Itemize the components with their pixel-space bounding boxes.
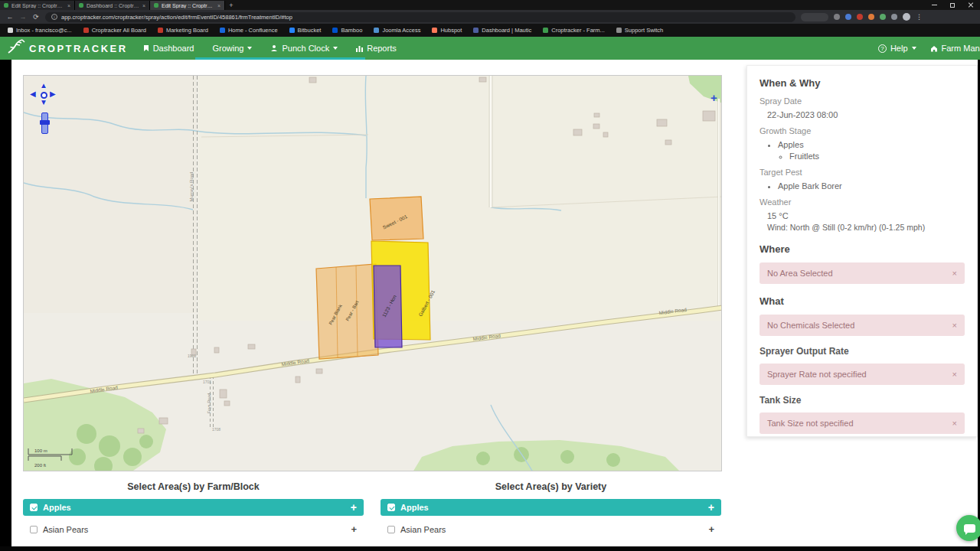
extension-pill[interactable] (801, 13, 828, 21)
alert-close-icon[interactable]: × (952, 419, 957, 428)
bookmark-item[interactable]: Dashboard | Mautic (473, 27, 531, 34)
svg-text:1901: 1901 (188, 354, 196, 358)
bookmark-label: Hubspot (440, 27, 462, 34)
extension-icon[interactable] (891, 14, 897, 20)
group-label: Apples (43, 503, 71, 512)
asian-pears-checkbox[interactable] (387, 526, 395, 533)
tab-close-icon[interactable]: × (67, 3, 70, 8)
apples-checkbox[interactable] (387, 504, 395, 511)
page-content: Sweet - 001 Galbert - 001 1123 - Hon Pea… (11, 60, 978, 546)
croptracker-logo-icon[interactable] (6, 38, 26, 58)
alert-close-icon[interactable]: × (952, 370, 957, 379)
farm-block-asian-pears-group[interactable]: Asian Pears + (23, 521, 364, 537)
bookmark-item[interactable]: Inbox - francisco@c... (8, 27, 72, 34)
sprayer-output-rate-title: Sprayer Output Rate (760, 346, 965, 357)
pan-up-icon[interactable]: ▲ (40, 81, 47, 90)
browser-tab-1[interactable]: Edit Spray :: Croptracker × (0, 1, 75, 10)
expand-icon[interactable]: + (351, 523, 357, 535)
nav-reports[interactable]: Reports (356, 44, 397, 53)
farm-block-apples-group[interactable]: Apples + (23, 499, 364, 516)
bookmark-label: Support Switch (625, 27, 663, 34)
browser-tab-bar: Edit Spray :: Croptracker × Dashboard ::… (0, 0, 980, 10)
spray-area-map[interactable]: Sweet - 001 Galbert - 001 1123 - Hon Pea… (23, 75, 722, 471)
tab-close-icon[interactable]: × (217, 3, 220, 8)
reload-icon[interactable]: ⟳ (32, 13, 40, 21)
field-polygon-pear[interactable] (316, 264, 378, 359)
browser-menu-icon[interactable]: ⋮ (916, 13, 923, 21)
alert-text: Sprayer Rate not specified (767, 370, 867, 379)
back-icon[interactable]: ← (6, 13, 14, 21)
extension-icon[interactable] (834, 14, 840, 20)
bookmark-item[interactable]: Croptracker - Farm... (543, 27, 605, 34)
pan-left-icon[interactable]: ◀ (30, 90, 36, 98)
growth-stage-label: Growth Stage (760, 126, 965, 135)
what-title: What (760, 295, 965, 307)
target-pest-list: Apple Bark Borer (778, 181, 965, 191)
nav-dashboard[interactable]: Dashboard (143, 44, 194, 53)
browser-tab-3-active[interactable]: Edit Spray :: Croptracker × (150, 1, 225, 10)
extension-icon[interactable] (868, 14, 874, 20)
window-close-button[interactable] (962, 0, 980, 10)
nav-help[interactable]: ? Help (878, 44, 916, 53)
expand-icon[interactable]: + (708, 501, 714, 514)
nav-punch-clock[interactable]: Punch Clock (270, 44, 338, 53)
alert-text: No Area Selected (767, 269, 833, 278)
bookmark-item[interactable]: Hubspot (432, 27, 462, 34)
map-pan-zoom-control: ▲ ◀ ▶ ▼ (28, 82, 62, 142)
app-header: CROPTRACKER Dashboard Growing Punch Cloc… (0, 37, 980, 60)
site-info-icon[interactable]: i (51, 14, 57, 20)
chat-widget-button[interactable] (956, 515, 980, 541)
pan-right-icon[interactable]: ▶ (50, 90, 56, 98)
bookmark-item[interactable]: Home - Confluence (220, 27, 278, 34)
apples-checkbox[interactable] (30, 504, 38, 511)
variety-asian-pears-group[interactable]: Asian Pears + (381, 521, 721, 537)
nav-farm-management[interactable]: Farm Manage (930, 44, 980, 53)
browser-tab-2[interactable]: Dashboard :: Croptracker × (75, 1, 150, 10)
bookmark-favicon-icon (616, 28, 622, 33)
extension-icon[interactable] (845, 14, 851, 20)
bookmark-label: Bamboo (341, 27, 362, 34)
expand-icon[interactable]: + (708, 523, 714, 535)
header-right: ? Help Farm Manage (878, 37, 980, 60)
alert-close-icon[interactable]: × (952, 321, 957, 330)
extension-icon[interactable] (857, 14, 863, 20)
bookmark-item[interactable]: Joomla Access (374, 27, 420, 34)
alert-close-icon[interactable]: × (952, 269, 957, 278)
bookmark-item[interactable]: Bitbucket (289, 27, 322, 34)
pan-down-icon[interactable]: ▼ (40, 98, 47, 106)
bookmark-favicon-icon (8, 28, 13, 33)
zoom-slider-handle[interactable] (40, 120, 50, 125)
add-marker-icon[interactable]: + (710, 91, 717, 104)
address-bar[interactable]: i app.croptracker.com/croptracker/spray/… (45, 12, 795, 22)
wind-value: Wind: North @ Still (0-2 km/hr) (0-1.25 … (767, 223, 965, 232)
main-nav: Dashboard Growing Punch Clock Reports (143, 44, 397, 53)
tab-close-icon[interactable]: × (142, 3, 145, 8)
asian-pears-checkbox[interactable] (30, 526, 38, 533)
bookmark-item[interactable]: Support Switch (616, 27, 663, 34)
help-icon: ? (878, 44, 887, 53)
chat-icon (964, 524, 975, 533)
window-minimize-button[interactable] (925, 0, 943, 10)
bookmark-label: Home - Confluence (228, 27, 278, 34)
tab-favicon-icon (4, 3, 8, 8)
bookmark-item[interactable]: Marketing Board (158, 27, 208, 34)
window-controls (925, 0, 980, 10)
svg-text:1701: 1701 (203, 380, 211, 384)
bookmark-item[interactable]: Bamboo (332, 27, 362, 34)
growth-stage-list: Apples Fruitlets (778, 140, 965, 161)
svg-text:Murray's Road: Murray's Road (189, 172, 194, 202)
weather-label: Weather (760, 197, 965, 207)
new-tab-button[interactable]: + (225, 1, 237, 10)
forward-icon[interactable]: → (19, 13, 27, 21)
window-maximize-button[interactable] (943, 0, 962, 10)
bookmark-item[interactable]: Croptracker All Board (83, 27, 146, 34)
chevron-down-icon (333, 47, 338, 50)
variety-apples-group[interactable]: Apples + (381, 499, 721, 516)
extension-icon[interactable] (880, 14, 886, 20)
pan-center-icon[interactable] (41, 92, 47, 99)
nav-growing[interactable]: Growing (212, 44, 252, 53)
bookmark-label: Inbox - francisco@c... (16, 27, 72, 34)
chevron-down-icon (912, 47, 916, 50)
expand-icon[interactable]: + (351, 501, 357, 514)
profile-avatar[interactable] (903, 13, 910, 21)
